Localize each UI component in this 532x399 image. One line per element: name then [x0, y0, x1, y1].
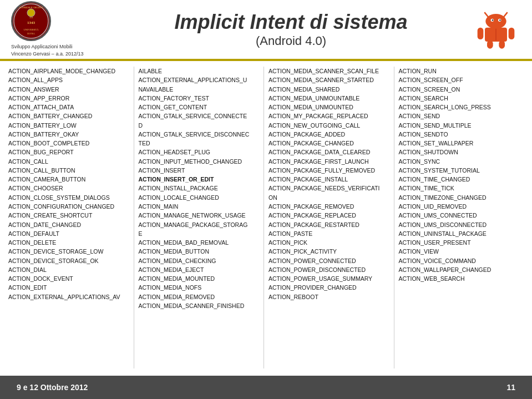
- list-item: ACTION_FACTORY_TEST: [139, 94, 260, 103]
- list-item: ACTION_INPUT_METHOD_CHANGED: [139, 157, 260, 166]
- list-item: ACTION_BATTERY_LOW: [8, 121, 129, 130]
- android-logo: [471, 7, 521, 52]
- list-item: ACTION_DOCK_EVENT: [8, 274, 129, 283]
- list-item: ACTION_SEND: [399, 112, 520, 120]
- list-item: ACTION_PACKAGE_CHANGED: [268, 139, 389, 148]
- list-item: ACTION_SCREEN_ON: [399, 85, 520, 94]
- svg-rect-16: [509, 28, 515, 39]
- svg-rect-17: [487, 41, 493, 49]
- list-item: ACTION_SHUTDOWN: [399, 148, 520, 156]
- list-item: ACTION_GET_CONTENT: [139, 103, 260, 112]
- svg-point-13: [499, 19, 501, 21]
- list-item: ACTION_MAIN: [139, 202, 260, 211]
- column-1: ACTION_AIRPLANE_MODE_CHANGEDACTION_ALL_A…: [8, 67, 134, 368]
- title-area: Implicit Intent di sistema (Android 4.0): [111, 11, 471, 48]
- list-item: ACTION_MEDIA_NOFS: [139, 283, 260, 292]
- list-item: ACTION_ATTACH_DATA: [8, 103, 129, 112]
- list-item: ACTION_DEFAULT: [8, 229, 129, 238]
- list-item: D: [139, 121, 260, 130]
- list-item: ACTION_MEDIA_SCANNER_FINISHED: [139, 301, 260, 310]
- list-item: ACTION_SCREEN_OFF: [399, 75, 520, 84]
- list-item: ACTION_EDIT: [8, 283, 129, 292]
- svg-text:1343: 1343: [27, 21, 36, 25]
- list-item: ACTION_TIME_CHANGED: [399, 175, 520, 184]
- main-title: Implicit Intent di sistema: [111, 11, 471, 34]
- svg-point-9: [485, 14, 506, 29]
- list-item: ACTION_MEDIA_SHARED: [268, 85, 389, 94]
- list-item: ACTION_ALL_APPS: [8, 75, 129, 84]
- logo-subtitle: Sviluppo Applicazioni Mobili Vincenzo Ge…: [11, 43, 83, 57]
- list-item: ACTION_PASTE: [268, 229, 389, 238]
- list-item: ACTION_WALLPAPER_CHANGED: [399, 265, 520, 274]
- list-item: ACTION_MEDIA_BAD_REMOVAL: [139, 238, 260, 247]
- list-item: ACTION_INSTALL_PACKAGE: [139, 184, 260, 193]
- list-item: ACTION_BATTERY_OKAY: [8, 130, 129, 139]
- list-item: ACTION_CLOSE_SYSTEM_DIALOGS: [8, 193, 129, 202]
- list-item: ACTION_AIRPLANE_MODE_CHANGED: [8, 67, 129, 75]
- list-item: ACTION_PICK_ACTIVITY: [268, 247, 389, 256]
- list-item: ACTION_MEDIA_SCANNER_SCAN_FILE: [268, 67, 389, 75]
- footer-date: 9 e 12 Ottobre 2012: [17, 383, 88, 392]
- list-item: ACTION_POWER_DISCONNECTED: [268, 265, 389, 274]
- list-item: ACTION_DEVICE_STORAGE_OK: [8, 256, 129, 265]
- list-item: ACTION_PACKAGE_FULLY_REMOVED: [268, 166, 389, 175]
- svg-point-1: [27, 9, 35, 17]
- list-item: ACTION_TIMEZONE_CHANGED: [399, 193, 520, 202]
- list-item: ACTION_UID_REMOVED: [399, 202, 520, 211]
- list-item: ACTION_SYSTEM_TUTORIAL: [399, 166, 520, 175]
- list-item: NAVAILABLE: [139, 85, 260, 94]
- footer: 9 e 12 Ottobre 2012 11: [0, 376, 532, 399]
- svg-point-12: [492, 19, 494, 21]
- list-item: ACTION_WEB_SEARCH: [399, 274, 520, 283]
- list-item: ACTION_POWER_CONNECTED: [268, 256, 389, 265]
- list-item: ACTION_SEARCH: [399, 94, 520, 103]
- list-item: ACTION_PACKAGE_FIRST_LAUNCH: [268, 157, 389, 166]
- list-item: ACTION_PICK: [268, 238, 389, 247]
- list-item: ACTION_GTALK_SERVICE_CONNECTE: [139, 112, 260, 120]
- list-item: ACTION_DATE_CHANGED: [8, 220, 129, 229]
- list-item: ACTION_CALL: [8, 157, 129, 166]
- list-item: ACTION_MEDIA_UNMOUNTABLE: [268, 94, 389, 103]
- list-item: ACTION_SYNC: [399, 157, 520, 166]
- list-item: ACTION_PACKAGE_DATA_CLEARED: [268, 148, 389, 156]
- list-item: ACTION_PACKAGE_ADDED: [268, 130, 389, 139]
- svg-rect-18: [499, 41, 505, 49]
- column-2: AILABLEACTION_EXTERNAL_APPLICATIONS_UNAV…: [139, 67, 265, 368]
- list-item: ACTION_CHOOSER: [8, 184, 129, 193]
- sub-title: (Android 4.0): [111, 34, 471, 48]
- list-item: ACTION_REBOOT: [268, 292, 389, 301]
- list-item: ACTION_BOOT_COMPLETED: [8, 139, 129, 148]
- list-item: ACTION_TIME_TICK: [399, 184, 520, 193]
- list-item: ACTION_SENDTO: [399, 130, 520, 139]
- list-item: ACTION_PACKAGE_INSTALL: [268, 175, 389, 184]
- list-item: ACTION_MEDIA_MOUNTED: [139, 274, 260, 283]
- list-item: E: [139, 229, 260, 238]
- logo-svg: SUPREMÆ DIGNIT AS 1343 UNIVERSITÀ DI PIS…: [13, 3, 49, 39]
- list-item: ACTION_VOICE_COMMAND: [399, 256, 520, 265]
- list-item: ACTION_BUG_REPORT: [8, 148, 129, 156]
- list-item: ACTION_EXTERNAL_APPLICATIONS_U: [139, 75, 260, 84]
- list-item: ACTION_CALL_BUTTON: [8, 166, 129, 175]
- list-item: ACTION_CONFIGURATION_CHANGED: [8, 202, 129, 211]
- list-item: ACTION_UNINSTALL_PACKAGE: [399, 229, 520, 238]
- list-item: ACTION_INSERT: [139, 166, 260, 175]
- list-item: ACTION_MY_PACKAGE_REPLACED: [268, 112, 389, 120]
- list-item: ACTION_UMS_CONNECTED: [399, 211, 520, 220]
- list-item: ACTION_ANSWER: [8, 85, 129, 94]
- list-item: ACTION_CAMERA_BUTTON: [8, 175, 129, 184]
- list-item: ACTION_USER_PRESENT: [399, 238, 520, 247]
- list-item: ACTION_MEDIA_BUTTON: [139, 247, 260, 256]
- footer-page: 11: [506, 383, 515, 392]
- logo-circle: SUPREMÆ DIGNIT AS 1343 UNIVERSITÀ DI PIS…: [11, 1, 51, 41]
- list-item: ACTION_HEADSET_PLUG: [139, 148, 260, 156]
- list-item: ACTION_LOCALE_CHANGED: [139, 193, 260, 202]
- header: SUPREMÆ DIGNIT AS 1343 UNIVERSITÀ DI PIS…: [0, 0, 532, 61]
- list-item: ACTION_GTALK_SERVICE_DISCONNEC: [139, 130, 260, 139]
- android-robot-icon: [474, 7, 518, 52]
- list-item: ACTION_MEDIA_UNMOUNTED: [268, 103, 389, 112]
- list-item: ACTION_PACKAGE_RESTARTED: [268, 220, 389, 229]
- list-item: ACTION_DEVICE_STORAGE_LOW: [8, 247, 129, 256]
- list-item: ACTION_SEARCH_LONG_PRESS: [399, 103, 520, 112]
- list-item: ACTION_MEDIA_EJECT: [139, 265, 260, 274]
- list-item: ACTION_NEW_OUTGOING_CALL: [268, 121, 389, 130]
